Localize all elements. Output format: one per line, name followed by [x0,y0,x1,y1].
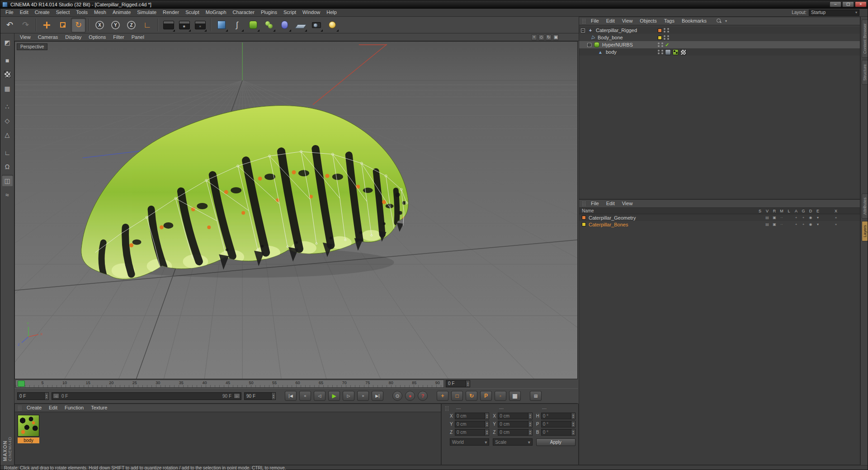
layer-toggle-icon[interactable]: ▤ [764,216,771,220]
keyframe-selection-button[interactable]: ▦ [509,391,521,401]
layer-color-chip[interactable] [658,36,662,40]
scale-tool-button[interactable] [55,18,70,33]
coordinate-stepper[interactable]: ▲▼ [485,429,489,435]
material-menu-item[interactable]: Edit [45,404,61,412]
coordinate-stepper[interactable]: ▲▼ [571,429,575,435]
material-menu-item[interactable]: Function [61,404,87,412]
layer-toggle-icon[interactable]: ▾ [814,222,821,226]
material-name-label[interactable]: body [18,437,39,443]
menu-item[interactable]: MoGraph [203,9,230,16]
layer-color-chip[interactable] [658,28,662,33]
timeline-track[interactable]: 051015202530354045505560657075808590 [15,380,444,388]
layer-color-chip[interactable] [582,216,586,220]
coordinate-input[interactable]: 0 ° ▲▼ [541,429,576,436]
redo-button[interactable]: ↷ [18,18,33,33]
animation-help-button[interactable]: ? [418,391,428,401]
layer-toggle-icon[interactable]: + [800,216,807,220]
zoom-view-icon[interactable]: ◇ [538,34,544,40]
points-mode-button[interactable]: ∴ [2,101,13,112]
layer-color-chip[interactable] [582,222,586,226]
pan-view-icon[interactable]: + [531,34,537,40]
object-row-caterpillar-rigged[interactable]: − + Caterpillar_Rigged [579,27,860,34]
add-environment-button[interactable] [293,18,308,33]
editor-visibility-dots[interactable] [664,28,665,33]
timeline-ruler[interactable]: 051015202530354045505560657075808590 0 F… [14,379,578,388]
add-hypernurbs-button[interactable] [245,18,260,33]
viewport-menu-item[interactable]: View [16,33,34,41]
make-editable-button[interactable]: ◩ [2,37,13,48]
range-start-handle[interactable]: ◁ [53,393,59,399]
coordinate-input[interactable]: 0 cm ▲▼ [455,429,489,436]
edges-mode-button[interactable]: ◇ [2,115,13,126]
menu-item[interactable]: Sculpt [182,9,203,16]
next-frame-button[interactable]: ▷ [343,391,354,401]
rotate-view-icon[interactable]: ↻ [546,34,552,40]
material-menu-item[interactable]: Texture [87,404,111,412]
panel-drag-handle[interactable] [582,19,586,24]
tab-content-browser[interactable]: Content Browser [862,19,868,58]
autokey-button[interactable]: ● [405,391,415,401]
editor-visibility-dots[interactable] [658,42,660,47]
go-to-start-button[interactable]: |◀ [285,391,297,401]
texture-tag-icon[interactable] [673,49,679,55]
timeline-layout-button[interactable]: ▤ [530,391,542,401]
coordinate-stepper[interactable]: ▲▼ [485,421,489,427]
snap-settings-button[interactable]: ◫ [2,175,13,186]
viewport-canvas[interactable]: Y X Z Perspective [14,41,578,379]
render-settings-button[interactable]: ✱ [177,18,192,33]
add-camera-button[interactable] [309,18,324,33]
menu-item[interactable]: Character [230,9,258,16]
viewport-menu-item[interactable]: Display [61,33,85,41]
add-spline-button[interactable]: ∫ [230,18,245,33]
viewport-menu-item[interactable]: Cameras [34,33,62,41]
coordinate-stepper[interactable]: ▲▼ [528,413,532,419]
coordinate-stepper[interactable]: ▲▼ [571,413,575,419]
menu-item[interactable]: Mesh [91,9,109,16]
menu-item[interactable]: File [2,9,17,16]
editor-visibility-dots[interactable] [664,35,665,40]
record-parameter-toggle[interactable]: P [480,391,492,401]
undo-button[interactable]: ↶ [2,18,17,33]
tab-structure[interactable]: Structure [862,60,868,85]
menu-item[interactable]: Edit [17,9,32,16]
record-position-toggle[interactable]: + [437,391,448,401]
render-visibility-dots[interactable] [667,28,669,33]
coordinate-stepper[interactable]: ▲▼ [571,421,575,427]
coordinate-stepper[interactable]: ▲▼ [528,429,532,435]
render-queue-button[interactable]: ≡ [193,18,208,33]
coordinate-input[interactable]: 0 ° ▲▼ [541,413,576,419]
layer-row-caterpillar-bones[interactable]: Caterpillar_Bones ▤▣··++◉▾× [579,221,860,228]
move-tool-button[interactable] [39,18,54,33]
coordinate-input[interactable]: 0 cm ▲▼ [455,413,489,419]
tab-attributes[interactable]: Attributes [862,193,868,219]
menu-item[interactable]: Help [323,9,340,16]
lock-y-axis-button[interactable]: Y [108,18,123,33]
record-point-level-toggle[interactable]: ◦ [495,391,506,401]
object-manager-menu-item[interactable]: Edit [603,17,618,25]
viewport-menu-item[interactable]: Panel [128,33,148,41]
preview-range-slider[interactable]: ◁ 0 F 90 F ▷ [52,392,241,400]
previous-key-button[interactable]: « [299,391,311,401]
workplane-mode-button[interactable]: ▦ [2,83,13,94]
object-manager-menu-item[interactable]: File [587,17,603,25]
search-icon[interactable] [717,19,722,24]
rotate-tool-button[interactable]: ↻ [71,18,86,33]
layer-toggle-icon[interactable]: + [793,216,800,220]
previous-frame-button[interactable]: ◁ [314,391,326,401]
layer-toggle-icon[interactable]: × [832,216,840,220]
menu-item[interactable]: Tools [73,9,91,16]
material-thumbnail-body[interactable] [18,415,39,437]
coordinate-input[interactable]: 0 cm ▲▼ [498,429,532,436]
object-row-body-bone[interactable]: ◁ Body_bone [579,34,860,41]
texture-mode-button[interactable] [2,69,13,80]
play-button[interactable]: ▶ [328,391,340,401]
layer-toggle-icon[interactable]: × [832,222,840,226]
editor-visibility-dots[interactable] [658,50,660,54]
collapse-icon[interactable]: − [581,28,585,33]
coordinate-stepper[interactable]: ▲▼ [528,421,532,427]
coordinate-input[interactable]: 0 cm ▲▼ [455,421,489,428]
object-manager-menu-item[interactable]: View [618,17,637,25]
enable-axis-button[interactable]: ∟ [2,147,13,158]
lock-z-axis-button[interactable]: Z [124,18,139,33]
weight-tag-icon[interactable] [665,49,671,55]
